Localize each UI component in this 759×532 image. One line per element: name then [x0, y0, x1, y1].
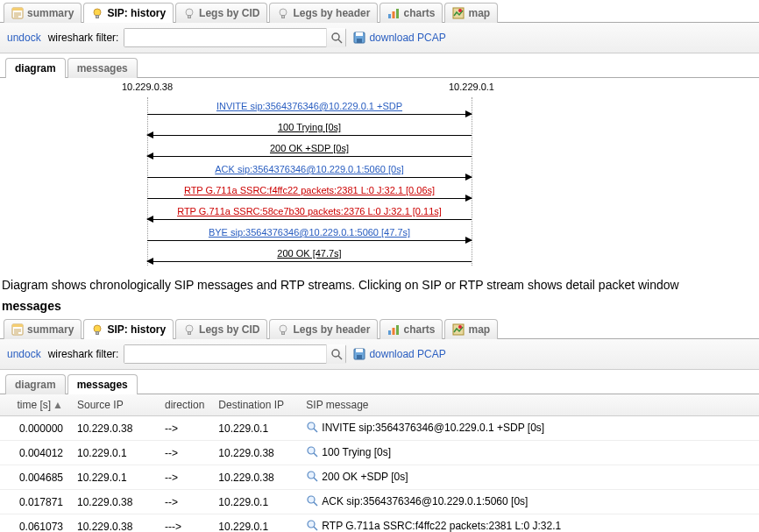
sequence-diagram: 10.229.0.38 10.229.0.1 INVITE sip:356437…	[0, 78, 759, 273]
wireshark-filter-input[interactable]	[124, 345, 326, 363]
arrow-line	[147, 156, 472, 157]
detail-button[interactable]	[306, 470, 318, 485]
detail-button[interactable]	[306, 421, 318, 436]
cell-source-ip: 10.229.0.38	[70, 514, 158, 533]
seq-message-text: 200 OK [47.7s]	[147, 248, 472, 259]
caption-diagram: Diagram shows chronologically SIP messag…	[0, 273, 759, 297]
tab-label: map	[468, 7, 490, 19]
bulb-off-icon	[183, 7, 195, 19]
sort-asc-icon: ▲	[53, 399, 63, 411]
table-row[interactable]: 0.00000010.229.0.38-->10.229.0.1INVITE s…	[0, 416, 759, 441]
tab-label: SIP: history	[107, 323, 166, 336]
cell-source-ip: 10.229.0.1	[70, 441, 158, 465]
col-sip-message[interactable]: SIP message	[299, 394, 759, 416]
seq-message[interactable]: ACK sip:3564376346@10.229.0.1:5060 [0s]	[147, 164, 472, 185]
tab-map[interactable]: map	[444, 319, 498, 339]
detail-button[interactable]	[306, 494, 318, 509]
map-icon	[452, 7, 465, 19]
download-pcap-button[interactable]: download PCAP	[353, 32, 445, 44]
cell-time: 0.004012	[0, 441, 70, 465]
arrowhead-icon	[465, 195, 472, 202]
cell-destination-ip: 10.229.0.1	[211, 416, 299, 441]
table-row[interactable]: 0.06107310.229.0.38--->10.229.0.1RTP G.7…	[0, 514, 759, 533]
cell-time: 0.000000	[0, 416, 70, 441]
arrowhead-icon	[146, 258, 153, 265]
cell-destination-ip: 10.229.0.1	[211, 514, 299, 533]
seq-message[interactable]: RTP G.711a SSRC:58ce7b30 packets:2376 L:…	[147, 206, 472, 227]
charts-icon	[387, 323, 400, 336]
subtab-diagram[interactable]: diagram	[5, 58, 66, 78]
undock-link[interactable]: undock	[7, 348, 41, 360]
download-pcap-label: download PCAP	[369, 348, 445, 360]
disk-icon	[353, 32, 365, 44]
map-icon	[452, 323, 465, 336]
tab-legs-by-cid[interactable]: Legs by CID	[175, 3, 267, 23]
wireshark-filter-search-button[interactable]	[326, 28, 345, 47]
disk-icon	[353, 348, 365, 360]
wireshark-filter-label: wireshark filter:	[48, 348, 119, 360]
arrowhead-icon	[146, 216, 153, 223]
seq-message[interactable]: BYE sip:3564376346@10.229.0.1:5060 [47.7…	[147, 227, 472, 248]
tab-legs-by-cid[interactable]: Legs by CID	[175, 319, 267, 339]
col-destination-ip[interactable]: Destination IP	[211, 394, 299, 416]
col-time[interactable]: time [s]▲	[0, 394, 70, 416]
cell-sip-message: 100 Trying [0s]	[299, 441, 759, 465]
charts-icon	[387, 7, 400, 19]
subtabstrip: diagrammessages	[0, 53, 759, 78]
cell-sip-message: ACK sip:3564376346@10.229.0.1:5060 [0s]	[299, 490, 759, 514]
arrow-line	[147, 198, 472, 199]
tab-charts[interactable]: charts	[380, 319, 443, 339]
table-row[interactable]: 0.00468510.229.0.1-->10.229.0.38200 OK +…	[0, 465, 759, 490]
heading-messages: messages	[0, 297, 759, 316]
tab-label: charts	[403, 323, 435, 336]
toolbar-2: undock wireshark filter: download PCAP	[0, 339, 759, 370]
subtabstrip-2: diagrammessages	[0, 370, 759, 394]
subtab-messages[interactable]: messages	[67, 58, 138, 78]
main-tabstrip: summarySIP: historyLegs by CIDLegs by he…	[0, 0, 759, 23]
tab-label: summary	[27, 323, 74, 336]
tab-map[interactable]: map	[444, 3, 498, 23]
arrowhead-icon	[146, 131, 153, 138]
cell-direction: -->	[158, 441, 211, 465]
seq-message[interactable]: RTP G.711a SSRC:f4ffc22 packets:2381 L:0…	[147, 185, 472, 206]
tab-legs-by-header[interactable]: Legs by header	[269, 3, 378, 23]
tab-summary[interactable]: summary	[4, 3, 82, 23]
undock-link[interactable]: undock	[7, 32, 41, 44]
cell-time: 0.004685	[0, 465, 70, 490]
wireshark-filter-search-button[interactable]	[326, 344, 345, 364]
tab-legs-by-header[interactable]: Legs by header	[269, 319, 378, 339]
panel-1: summarySIP: historyLegs by CIDLegs by he…	[0, 0, 759, 273]
tab-charts[interactable]: charts	[380, 3, 443, 23]
table-row[interactable]: 0.00401210.229.0.1-->10.229.0.38100 Tryi…	[0, 441, 759, 465]
arrow-line	[147, 114, 472, 115]
arrowhead-icon	[465, 174, 472, 181]
cell-direction: -->	[158, 465, 211, 490]
tab-sip-history[interactable]: SIP: history	[83, 3, 174, 23]
cell-source-ip: 10.229.0.38	[70, 416, 158, 441]
seq-message-text: 200 OK +SDP [0s]	[147, 143, 472, 153]
subtab-messages[interactable]: messages	[67, 374, 138, 394]
download-pcap-button[interactable]: download PCAP	[353, 348, 445, 360]
bulb-on-icon	[91, 323, 103, 336]
tab-label: map	[468, 323, 490, 336]
seq-message-text: ACK sip:3564376346@10.229.0.1:5060 [0s]	[147, 164, 472, 174]
col-source-ip[interactable]: Source IP	[70, 394, 158, 416]
detail-button[interactable]	[306, 519, 318, 532]
seq-message-text: RTP G.711a SSRC:f4ffc22 packets:2381 L:0…	[147, 185, 472, 195]
subtab-diagram[interactable]: diagram	[5, 374, 66, 394]
cell-source-ip: 10.229.0.38	[70, 490, 158, 514]
wireshark-filter-input[interactable]	[124, 29, 326, 46]
wireshark-filter-label: wireshark filter:	[48, 32, 119, 44]
seq-message[interactable]: INVITE sip:3564376346@10.229.0.1 +SDP	[147, 101, 472, 122]
seq-message[interactable]: 200 OK [47.7s]	[147, 248, 472, 269]
tab-sip-history[interactable]: SIP: history	[83, 319, 174, 339]
col-direction[interactable]: direction	[158, 394, 211, 416]
bulb-off-icon	[277, 7, 289, 19]
table-row[interactable]: 0.01787110.229.0.38-->10.229.0.1ACK sip:…	[0, 490, 759, 514]
detail-button[interactable]	[306, 445, 318, 460]
tab-label: Legs by header	[293, 7, 370, 19]
toolbar: undock wireshark filter: download PCAP	[0, 23, 759, 53]
tab-summary[interactable]: summary	[4, 319, 82, 339]
seq-message[interactable]: 100 Trying [0s]	[147, 122, 472, 143]
seq-message[interactable]: 200 OK +SDP [0s]	[147, 143, 472, 164]
